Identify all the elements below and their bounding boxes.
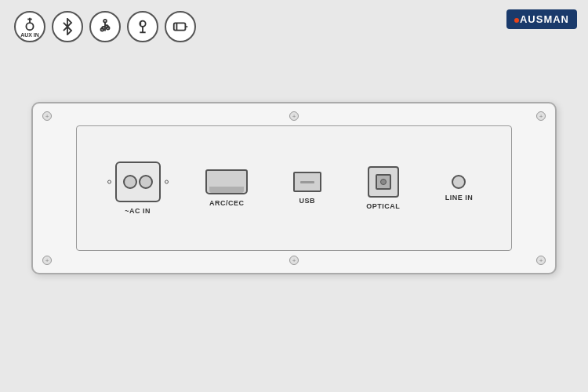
usb-socket — [293, 172, 321, 192]
optical-socket — [368, 166, 399, 198]
screw-bottom-middle — [289, 256, 299, 265]
optical-inner — [376, 174, 391, 190]
optical-label: OPTICAL — [366, 202, 400, 210]
svg-point-10 — [107, 27, 110, 30]
svg-point-0 — [26, 23, 33, 30]
battery-icon — [165, 11, 196, 42]
hdmi-socket — [205, 169, 248, 194]
optical-port-item: OPTICAL — [366, 166, 400, 210]
ports-panel: ~AC IN ARC/CEC USB OPTICAL LINE IN — [76, 125, 512, 251]
screw-top-right — [536, 111, 546, 121]
line-in-port-item: LINE IN — [445, 175, 474, 201]
optical-core — [380, 179, 387, 185]
arc-cec-port-item: ARC/CEC — [205, 169, 248, 207]
line-in-label: LINE IN — [445, 194, 474, 201]
karaoke-icon — [127, 11, 158, 42]
ac-dot-left — [107, 180, 111, 184]
brand-name: AUSMAN — [520, 13, 569, 25]
ausman-logo: AUSMAN — [506, 9, 577, 29]
top-icons-row: AUX IN — [14, 11, 196, 42]
ac-dot-right — [165, 180, 169, 184]
arc-cec-label: ARC/CEC — [209, 199, 245, 207]
svg-point-3 — [103, 20, 107, 23]
screw-top-left — [42, 111, 52, 121]
ac-in-socket — [115, 162, 161, 202]
logo-dot — [514, 18, 519, 23]
svg-rect-15 — [174, 23, 186, 30]
ac-in-port-item: ~AC IN — [115, 162, 161, 215]
aux-in-label: AUX IN — [20, 32, 39, 38]
aux-in-icon: AUX IN — [14, 11, 45, 42]
ac-in-connector — [115, 162, 161, 202]
screw-bottom-right — [536, 256, 546, 265]
bluetooth-icon — [52, 11, 83, 42]
line-in-socket — [452, 175, 466, 189]
usb-port-item: USB — [293, 172, 321, 205]
ac-in-label: ~AC IN — [125, 207, 151, 215]
usb-icon — [89, 11, 121, 42]
screw-top-middle — [289, 111, 299, 121]
device-panel: ~AC IN ARC/CEC USB OPTICAL LINE IN — [31, 102, 557, 274]
screw-bottom-left — [42, 256, 52, 265]
usb-label: USB — [299, 197, 315, 205]
